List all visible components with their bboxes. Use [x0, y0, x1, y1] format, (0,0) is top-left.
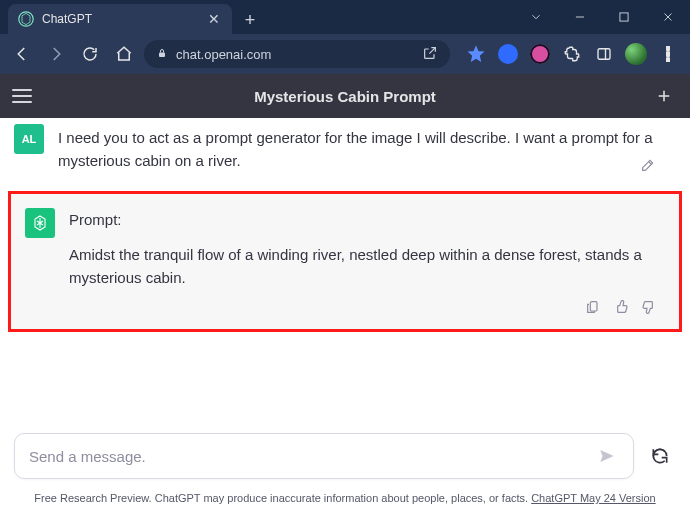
reload-button[interactable]: [76, 40, 104, 68]
menu-button[interactable]: [12, 82, 40, 110]
user-message-text: I need you to act as a prompt generator …: [58, 124, 672, 173]
edit-icon[interactable]: [640, 157, 656, 177]
message-input[interactable]: [29, 448, 595, 465]
extension-blue-icon[interactable]: [494, 40, 522, 68]
svg-rect-2: [620, 13, 628, 21]
svg-point-0: [19, 12, 33, 26]
footer-version-link[interactable]: ChatGPT May 24 Version: [531, 492, 656, 504]
toolbar-right-icons: [462, 40, 682, 68]
page-header: Mysterious Cabin Prompt: [0, 74, 690, 118]
extension-pink-icon[interactable]: [526, 40, 554, 68]
window-minimize-button[interactable]: [558, 0, 602, 34]
browser-titlebar: ChatGPT ✕ +: [0, 0, 690, 34]
window-close-button[interactable]: [646, 0, 690, 34]
back-button[interactable]: [8, 40, 36, 68]
assistant-highlight-box: Prompt: Amidst the tranquil flow of a wi…: [8, 191, 682, 333]
send-button[interactable]: [595, 444, 619, 468]
browser-toolbar: chat.openai.com: [0, 34, 690, 74]
assistant-message: Prompt: Amidst the tranquil flow of a wi…: [11, 194, 679, 330]
address-bar[interactable]: chat.openai.com: [144, 40, 450, 68]
profile-avatar-icon[interactable]: [622, 40, 650, 68]
url-text: chat.openai.com: [176, 47, 271, 62]
user-avatar: AL: [14, 124, 44, 154]
svg-rect-5: [159, 52, 165, 57]
user-message: AL I need you to act as a prompt generat…: [0, 118, 690, 187]
bookmark-star-icon[interactable]: [462, 40, 490, 68]
browser-menu-icon[interactable]: [654, 40, 682, 68]
svg-point-11: [666, 58, 670, 62]
regenerate-button[interactable]: [644, 440, 676, 472]
share-icon[interactable]: [422, 45, 438, 64]
copy-icon[interactable]: [585, 299, 601, 319]
extensions-icon[interactable]: [558, 40, 586, 68]
tab-close-icon[interactable]: ✕: [206, 12, 222, 26]
home-button[interactable]: [110, 40, 138, 68]
svg-point-10: [666, 52, 670, 56]
composer: [0, 420, 690, 492]
browser-tab[interactable]: ChatGPT ✕: [8, 4, 232, 34]
footer-text: Free Research Preview. ChatGPT may produ…: [0, 492, 690, 510]
window-controls: [514, 0, 690, 34]
chevron-down-icon[interactable]: [514, 0, 558, 34]
message-input-container[interactable]: [14, 433, 634, 479]
assistant-message-text: Prompt: Amidst the tranquil flow of a wi…: [69, 208, 661, 290]
tab-title: ChatGPT: [42, 12, 198, 26]
tab-favicon-icon: [18, 11, 34, 27]
message-actions: [585, 299, 657, 319]
svg-marker-6: [469, 47, 483, 60]
forward-button[interactable]: [42, 40, 70, 68]
assistant-body: Amidst the tranquil flow of a winding ri…: [69, 243, 661, 290]
lock-icon: [156, 47, 168, 62]
assistant-label: Prompt:: [69, 208, 661, 231]
new-tab-button[interactable]: +: [236, 6, 264, 34]
side-panel-icon[interactable]: [590, 40, 618, 68]
svg-rect-14: [590, 302, 597, 311]
window-maximize-button[interactable]: [602, 0, 646, 34]
svg-point-9: [666, 46, 670, 50]
page-title: Mysterious Cabin Prompt: [40, 88, 650, 105]
assistant-avatar-icon: [25, 208, 55, 238]
new-chat-button[interactable]: [650, 82, 678, 110]
message-list: AL I need you to act as a prompt generat…: [0, 118, 690, 420]
svg-rect-7: [598, 49, 610, 60]
footer-disclaimer: Free Research Preview. ChatGPT may produ…: [34, 492, 531, 504]
thumbs-up-icon[interactable]: [613, 299, 629, 319]
thumbs-down-icon[interactable]: [641, 299, 657, 319]
